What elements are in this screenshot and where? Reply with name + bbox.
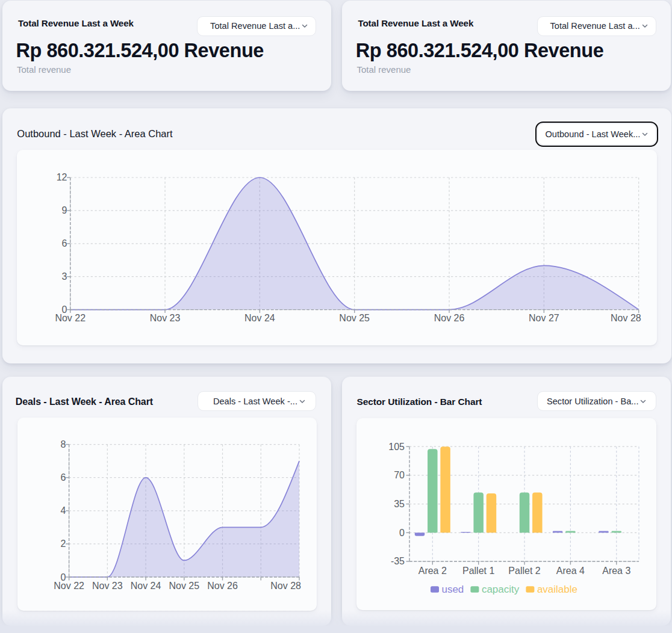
svg-text:capacity: capacity: [482, 584, 520, 595]
svg-text:Nov 27: Nov 27: [529, 313, 559, 323]
svg-text:0: 0: [399, 527, 405, 537]
svg-text:12: 12: [57, 173, 67, 183]
svg-text:Nov 24: Nov 24: [244, 313, 275, 323]
svg-text:Nov 24: Nov 24: [131, 581, 161, 591]
svg-text:8: 8: [60, 439, 66, 449]
svg-text:3: 3: [62, 271, 67, 282]
svg-text:-35: -35: [391, 556, 405, 566]
svg-text:9: 9: [62, 206, 67, 216]
svg-text:Pallet 1: Pallet 1: [462, 566, 494, 576]
svg-text:105: 105: [388, 441, 405, 451]
svg-text:Nov 25: Nov 25: [169, 581, 199, 591]
svg-text:Area 2: Area 2: [418, 566, 447, 576]
svg-text:used: used: [442, 584, 464, 595]
svg-text:available: available: [537, 584, 577, 595]
svg-text:Area 3: Area 3: [602, 566, 630, 576]
svg-text:Nov 26: Nov 26: [207, 581, 238, 591]
svg-text:Nov 22: Nov 22: [55, 313, 86, 323]
svg-text:6: 6: [62, 239, 67, 249]
svg-text:Nov 23: Nov 23: [92, 581, 123, 591]
svg-text:70: 70: [394, 470, 405, 480]
svg-text:Area 4: Area 4: [556, 566, 585, 576]
svg-text:Nov 26: Nov 26: [434, 313, 465, 323]
svg-text:4: 4: [60, 505, 66, 516]
svg-text:2: 2: [60, 539, 66, 549]
svg-text:35: 35: [394, 499, 405, 509]
svg-text:Nov 22: Nov 22: [54, 581, 84, 591]
svg-text:Pallet 2: Pallet 2: [508, 566, 540, 576]
svg-text:6: 6: [60, 472, 66, 483]
svg-text:Nov 28: Nov 28: [611, 313, 641, 323]
svg-text:Nov 23: Nov 23: [150, 313, 181, 323]
svg-text:Nov 28: Nov 28: [270, 581, 301, 591]
svg-text:Nov 25: Nov 25: [339, 313, 370, 323]
